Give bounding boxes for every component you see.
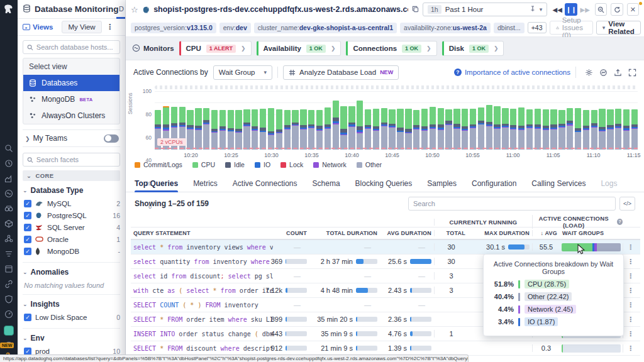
checkbox-checked[interactable]: ✓: [24, 236, 31, 243]
column-header-wait-groups[interactable]: WAIT GROUPS: [560, 230, 623, 236]
favorite-star-icon[interactable]: ☆: [131, 5, 138, 14]
checkbox-checked[interactable]: ✓: [24, 348, 31, 355]
tag-chip[interactable]: dbinst...: [494, 23, 525, 33]
chart-bar[interactable]: [357, 101, 363, 150]
chart-bar[interactable]: [502, 108, 508, 150]
query-statement-cell[interactable]: with cte as ( select * from order_ite…: [131, 287, 273, 294]
analyze-database-load-button[interactable]: Analyze Database Load NEW: [283, 65, 399, 80]
facet-item-sql-server[interactable]: ✓SQL Server4: [23, 221, 120, 233]
chart-bar[interactable]: [203, 108, 209, 150]
table-row[interactable]: select * from inventory_views where v…——…: [131, 240, 640, 255]
active-connections-chart[interactable]: Sessions 100806040200 2 vCPUs 10:2010:25…: [126, 92, 644, 160]
facet-group-title[interactable]: ⌄Anomalies: [23, 268, 120, 277]
chart-bar[interactable]: [284, 110, 291, 150]
tag-chip[interactable]: availability-zone:us-west-2a: [400, 23, 491, 33]
column-header-max-duration[interactable]: MAX DURATION: [468, 230, 532, 236]
monitor-card-cpu[interactable]: CPU1 ALERT❯: [179, 41, 252, 56]
chart-bar[interactable]: [526, 109, 533, 150]
chart-bar[interactable]: [445, 109, 452, 150]
chart-bar[interactable]: [575, 108, 581, 150]
row-options-kebab-icon[interactable]: ⋮: [623, 301, 638, 309]
chart-bar[interactable]: [340, 106, 347, 150]
wait-groups-cell[interactable]: [560, 243, 623, 251]
link-icon[interactable]: [4, 279, 14, 288]
facet-group-title[interactable]: ⌄Database Type: [23, 186, 120, 195]
fullscreen-icon[interactable]: [628, 69, 636, 77]
step-back-button[interactable]: ◀◀: [551, 3, 564, 16]
monitor-card-disk[interactable]: Disk1 OK❯: [442, 41, 504, 56]
facet-item-postgresql[interactable]: ✓PostgreSQL16: [23, 209, 120, 221]
chart-bar[interactable]: [631, 109, 638, 150]
metrics-icon[interactable]: [4, 173, 14, 183]
legend-item-other[interactable]: Other: [357, 161, 382, 168]
views-button[interactable]: ▸ Views: [23, 23, 53, 31]
query-statement-cell[interactable]: SELECT COUNT ( * ) FROM inventory: [131, 302, 273, 309]
servicemap-icon[interactable]: [4, 234, 14, 243]
logs-icon[interactable]: [4, 249, 14, 258]
tag-chip[interactable]: env:dev: [219, 23, 251, 33]
tab-logs[interactable]: Logs: [601, 175, 617, 192]
tag-chip[interactable]: cluster_name:dev-gke-shopist-a-us-centra…: [254, 23, 397, 33]
chart-bar[interactable]: [510, 109, 516, 150]
chart-bar[interactable]: [430, 107, 436, 150]
chart-bar[interactable]: [268, 108, 274, 150]
chart-bar[interactable]: [308, 110, 314, 150]
chart-bar[interactable]: [389, 109, 395, 150]
wait-group-dropdown[interactable]: Wait Group ▾: [213, 65, 272, 80]
search-facets-input[interactable]: [36, 156, 116, 163]
tab-metrics[interactable]: Metrics: [193, 175, 218, 192]
chart-bar[interactable]: [405, 109, 411, 150]
facet-item-oracle[interactable]: ✓Oracle1: [23, 233, 120, 245]
more-tags-button[interactable]: +43: [528, 22, 547, 33]
refresh-button[interactable]: [611, 3, 623, 16]
chart-bar[interactable]: [535, 109, 541, 150]
window-icon[interactable]: [4, 264, 14, 273]
chart-bar[interactable]: [381, 108, 387, 150]
gauge-icon[interactable]: [4, 309, 14, 319]
importance-help-link[interactable]: ? Importance of active connections: [454, 69, 570, 76]
legend-item-commit-logs[interactable]: Commit/Logs: [135, 161, 182, 168]
chart-bar[interactable]: [333, 101, 339, 150]
row-options-kebab-icon[interactable]: ⋮: [623, 258, 638, 266]
chart-bar[interactable]: [453, 109, 460, 150]
monitors-icon[interactable]: [4, 189, 14, 198]
chart-bar[interactable]: [438, 108, 444, 150]
view-related-button[interactable]: ▾ View Related: [596, 21, 641, 35]
time-range-picker[interactable]: 1h Past 1 Hour ▾: [423, 3, 547, 16]
facet-group-title[interactable]: ⌄Insights: [23, 300, 120, 309]
copy-icon[interactable]: [412, 4, 419, 15]
chart-bar[interactable]: [470, 109, 476, 150]
chart-bar[interactable]: [486, 105, 492, 150]
chart-bar[interactable]: [558, 110, 565, 150]
chart-bar[interactable]: [365, 109, 371, 150]
query-syntax-button[interactable]: </>: [619, 197, 635, 211]
chart-bar[interactable]: [397, 109, 403, 150]
facet-item-mongodb[interactable]: ✓MongoDB-: [23, 245, 120, 257]
facet-item-mysql[interactable]: ✓MySQL2: [23, 197, 120, 209]
chart-bar[interactable]: [348, 106, 355, 150]
tab-calling-services[interactable]: Calling Services: [531, 175, 586, 192]
chart-bar[interactable]: [583, 110, 589, 150]
chart-bar[interactable]: [599, 109, 605, 150]
facet-item-low-disk-space[interactable]: ✓Low Disk Space0: [23, 311, 120, 323]
chart-bar[interactable]: [219, 110, 226, 150]
row-options-kebab-icon[interactable]: ⋮: [623, 272, 638, 280]
chart-bar[interactable]: [567, 108, 573, 150]
tag-chip[interactable]: postgres_version:v13.15.0: [131, 23, 216, 33]
chart-bar[interactable]: [300, 109, 306, 150]
checkbox-checked[interactable]: ✓: [24, 224, 31, 231]
chart-bar[interactable]: [462, 109, 468, 150]
column-header-avg[interactable]: ↓ AVG: [532, 230, 560, 236]
tab-blocking-queries[interactable]: Blocking Queries: [355, 175, 413, 192]
tab-configuration[interactable]: Configuration: [472, 175, 516, 192]
legend-item-io[interactable]: IO: [255, 161, 270, 168]
chart-bar[interactable]: [187, 110, 193, 150]
column-header-total-duration[interactable]: TOTAL DURATION: [309, 230, 380, 236]
chart-bar[interactable]: [373, 109, 379, 150]
chart-bar[interactable]: [421, 109, 428, 150]
view-item-alwayson-clusters[interactable]: AlwaysOn Clusters: [23, 107, 119, 124]
export-icon[interactable]: [614, 69, 622, 77]
datadog-logo-icon[interactable]: [3, 4, 15, 16]
chart-bar[interactable]: [195, 108, 201, 150]
query-statement-cell[interactable]: INSERT INTO order_status_change ( dbm…: [131, 331, 273, 337]
